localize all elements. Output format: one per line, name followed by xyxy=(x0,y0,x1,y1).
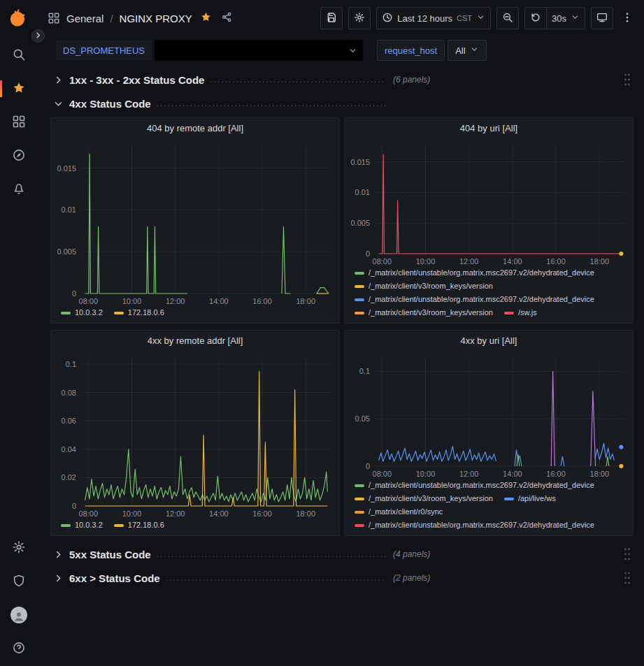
sidebar-item-help[interactable] xyxy=(8,638,29,659)
series-label: 172.18.0.6 xyxy=(128,519,164,532)
grafana-app: General / NGINX PROXY L xyxy=(0,0,644,666)
legend-item[interactable]: 172.18.0.6 xyxy=(114,306,164,319)
grafana-logo[interactable] xyxy=(8,7,30,29)
panel-title[interactable]: 4xx by uri [All] xyxy=(345,331,633,350)
row-drag-handle[interactable] xyxy=(624,571,631,585)
request-host-value: All xyxy=(455,45,465,56)
monitor-icon xyxy=(596,12,608,25)
dashboard-row-4xx[interactable]: 4xx Status Code ........................… xyxy=(50,94,634,113)
sidebar-expand-button[interactable] xyxy=(31,29,45,43)
legend-item[interactable]: /_matrix/client/v3/room_keys/version xyxy=(355,280,493,293)
svg-text:0.005: 0.005 xyxy=(57,247,76,256)
tv-mode-button[interactable] xyxy=(591,7,613,29)
row-dots: ........................................… xyxy=(157,99,386,108)
svg-text:0: 0 xyxy=(72,502,76,510)
svg-text:14:00: 14:00 xyxy=(503,470,522,478)
legend-item[interactable]: /_matrix/client/unstable/org.matrix.msc2… xyxy=(355,519,594,532)
refresh-button[interactable] xyxy=(524,7,547,29)
svg-text:08:00: 08:00 xyxy=(79,297,99,305)
panel-404-by-remote-addr: 404 by remote addr [All] 00.0050.010.015… xyxy=(50,117,340,324)
series-color-marker xyxy=(114,524,124,527)
legend-item[interactable]: /_matrix/client/unstable/org.matrix.msc2… xyxy=(355,266,594,280)
zoom-out-icon xyxy=(502,12,513,25)
dashboard-row-6xx[interactable]: 6xx > Status Code ......................… xyxy=(50,568,634,588)
panel-legend: /_matrix/client/unstable/org.matrix.msc2… xyxy=(345,479,633,535)
series-color-marker xyxy=(355,511,364,514)
svg-text:0.1: 0.1 xyxy=(66,360,76,368)
sidebar-item-profile[interactable] xyxy=(8,605,29,625)
series-label: /_matrix/client/unstable/org.matrix.msc2… xyxy=(368,266,594,280)
help-icon xyxy=(12,641,26,657)
time-series-plot[interactable]: 00.020.040.060.080.108:0010:0012:0014:00… xyxy=(51,350,339,519)
series-label: /_matrix/client/unstable/org.matrix.msc2… xyxy=(368,293,594,306)
time-series-plot[interactable]: 00.050.108:0010:0012:0014:0016:0018:00 xyxy=(345,350,633,479)
legend-item[interactable]: /_matrix/client/r0/sync xyxy=(355,505,443,519)
panel-title[interactable]: 404 by remote addr [All] xyxy=(51,118,339,138)
share-button[interactable] xyxy=(220,10,234,27)
svg-text:18:00: 18:00 xyxy=(589,470,609,478)
request-host-select[interactable]: All xyxy=(448,40,486,61)
series-color-marker xyxy=(355,524,364,527)
row-drag-handle[interactable] xyxy=(624,73,631,87)
bell-icon xyxy=(12,182,26,198)
zoom-out-button[interactable] xyxy=(496,7,519,29)
legend-item[interactable]: 10.0.3.2 xyxy=(61,306,103,319)
dashboard-settings-button[interactable] xyxy=(348,7,371,29)
svg-text:0.04: 0.04 xyxy=(62,445,76,454)
svg-text:10:00: 10:00 xyxy=(122,297,142,305)
legend-item[interactable]: /_matrix/client/v3/room_keys/version xyxy=(355,492,493,505)
row-drag-handle[interactable] xyxy=(624,547,631,561)
chevron-down-icon xyxy=(571,13,580,24)
sidebar-item-starred[interactable] xyxy=(8,78,29,99)
time-series-plot[interactable]: 00.0050.010.01508:0010:0012:0014:0016:00… xyxy=(51,138,339,306)
sidebar-item-server-admin[interactable] xyxy=(8,571,29,592)
svg-text:0.015: 0.015 xyxy=(57,164,76,173)
panel-legend: 10.0.3.2172.18.0.6 xyxy=(51,519,339,535)
time-range-picker[interactable]: Last 12 hours CST xyxy=(376,7,491,29)
breadcrumb-section[interactable]: General xyxy=(66,13,103,24)
time-series-plot[interactable]: 00.0050.010.01508:0010:0012:0014:0016:00… xyxy=(345,138,633,266)
series-label: 10.0.3.2 xyxy=(75,306,103,319)
sidebar-item-search[interactable] xyxy=(8,45,29,66)
more-options-button[interactable] xyxy=(619,11,636,26)
series-color-marker xyxy=(355,484,364,487)
sidebar-item-explore[interactable] xyxy=(8,145,29,166)
breadcrumb: General / NGINX PROXY xyxy=(48,10,234,27)
row-panel-count: (4 panels) xyxy=(393,549,430,559)
legend-item[interactable]: 10.0.3.2 xyxy=(61,519,103,532)
ds-prometheus-select[interactable] xyxy=(155,40,363,61)
legend-item[interactable]: /api/live/ws xyxy=(504,492,556,505)
gear-icon xyxy=(12,540,26,556)
favorite-star-button[interactable] xyxy=(199,10,213,27)
save-icon xyxy=(326,12,337,25)
svg-text:10:00: 10:00 xyxy=(122,509,142,518)
sidebar-item-alerting[interactable] xyxy=(8,179,29,200)
refresh-interval-dropdown[interactable]: 30s xyxy=(547,7,585,29)
legend-item[interactable]: /sw.js xyxy=(504,306,537,319)
panel-title[interactable]: 404 by uri [All] xyxy=(345,118,633,138)
timezone-label: CST xyxy=(457,14,472,22)
sidebar-main-nav xyxy=(8,45,29,200)
avatar xyxy=(10,607,27,623)
series-label: /sw.js xyxy=(518,306,537,319)
series-color-marker xyxy=(355,312,364,314)
legend-item[interactable]: /_matrix/client/unstable/org.matrix.msc2… xyxy=(355,293,594,306)
legend-item[interactable]: 172.18.0.6 xyxy=(114,519,164,532)
dashboard-body: 1xx - 3xx - 2xx Status Code ............… xyxy=(38,64,644,666)
series-color-marker xyxy=(114,312,124,314)
dashboard-row-1xx-3xx-2xx[interactable]: 1xx - 3xx - 2xx Status Code ............… xyxy=(50,70,634,89)
legend-item[interactable]: /_matrix/client/unstable/org.matrix.msc2… xyxy=(355,479,594,492)
sidebar-item-configuration[interactable] xyxy=(8,537,29,558)
svg-text:16:00: 16:00 xyxy=(546,470,566,478)
save-dashboard-button[interactable] xyxy=(320,7,343,29)
panel-title[interactable]: 4xx by remote addr [All] xyxy=(51,331,339,350)
legend-item[interactable]: /_matrix/client/v3/room_keys/version xyxy=(355,306,493,319)
dashboard-row-5xx[interactable]: 5xx Status Code ........................… xyxy=(50,544,634,564)
chevron-down-icon xyxy=(476,13,485,24)
series-color-marker xyxy=(504,498,514,500)
sidebar-item-dashboards[interactable] xyxy=(8,112,29,133)
chevron-right-icon xyxy=(53,549,64,560)
chevron-right-icon xyxy=(34,31,42,41)
svg-text:10:00: 10:00 xyxy=(416,257,436,266)
svg-text:0: 0 xyxy=(366,462,370,470)
